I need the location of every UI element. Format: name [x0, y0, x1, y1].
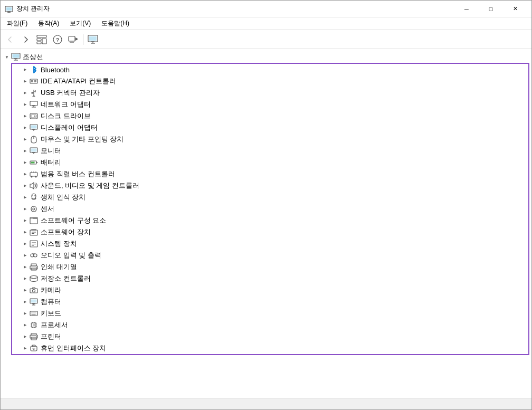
root-expand[interactable]: ▼: [3, 53, 11, 61]
svg-point-56: [31, 176, 33, 178]
expand-btn-print-queue[interactable]: ▶: [21, 263, 29, 271]
expand-btn-system[interactable]: ▶: [21, 240, 29, 248]
device-node-computer[interactable]: ▶컴퓨터: [12, 296, 528, 308]
device-label-battery: 배터리: [41, 158, 61, 167]
device-node-storage[interactable]: ▶저장소 컨트롤러: [12, 273, 528, 284]
expand-btn-software-dev[interactable]: ▶: [21, 228, 29, 236]
expand-btn-bus[interactable]: ▶: [21, 170, 29, 178]
device-node-biometric[interactable]: ▶생체 인식 장치: [12, 192, 528, 203]
expand-btn-sensor[interactable]: ▶: [21, 205, 29, 213]
expand-btn-software-comp[interactable]: ▶: [21, 216, 29, 225]
list-item: ▶센서: [12, 203, 528, 215]
device-label-sensor: 센서: [41, 204, 54, 214]
back-button[interactable]: [3, 32, 17, 47]
expand-btn-biometric[interactable]: ▶: [21, 193, 29, 202]
device-node-bluetooth[interactable]: ▶Bluetooth: [12, 64, 528, 75]
device-node-software-comp[interactable]: ▶소프트웨어 구성 요소: [12, 215, 528, 226]
device-node-audio-io[interactable]: ▶오디오 입력 및 출력: [12, 250, 528, 261]
expand-btn-display[interactable]: ▶: [21, 123, 29, 132]
device-node-processor[interactable]: ▶프로세서: [12, 319, 528, 331]
software-icon: [29, 216, 39, 225]
list-item: ▶생체 인식 장치: [12, 192, 528, 203]
device-label-print-queue: 인쇄 대기열: [41, 262, 77, 272]
device-node-software-dev[interactable]: ▶소프트웨어 장치: [12, 226, 528, 238]
expand-btn-printer[interactable]: ▶: [21, 332, 29, 341]
device-node-system[interactable]: ▶시스템 장치: [12, 238, 528, 250]
keyboard-icon: [29, 309, 39, 318]
device-label-ide: IDE ATA/ATAPI 컨트롤러: [41, 77, 116, 86]
device-node-monitor[interactable]: ▶모니터: [12, 145, 528, 157]
expand-btn-computer[interactable]: ▶: [21, 298, 29, 306]
svg-rect-8: [42, 39, 46, 44]
monitor-button[interactable]: [86, 32, 100, 47]
expand-btn-usb[interactable]: ▶: [21, 89, 29, 97]
toolbar-separator: [83, 34, 83, 45]
device-label-camera: 카메라: [41, 285, 61, 295]
expand-btn-keyboard[interactable]: ▶: [21, 309, 29, 318]
list-item: ▶저장소 컨트롤러: [12, 273, 528, 284]
close-button[interactable]: ✕: [503, 1, 527, 17]
device-node-print-queue[interactable]: ▶인쇄 대기열: [12, 261, 528, 273]
device-node-mouse[interactable]: ▶마우스 및 기타 포인팅 장치: [12, 134, 528, 145]
device-label-processor: 프로세서: [41, 320, 68, 330]
device-node-keyboard[interactable]: ▶키보드: [12, 308, 528, 319]
device-label-disk: 디스크 드라이브: [41, 111, 91, 121]
device-node-camera[interactable]: ▶카메라: [12, 284, 528, 296]
expand-btn-monitor[interactable]: ▶: [21, 147, 29, 155]
device-node-disk[interactable]: ▶디스크 드라이브: [12, 110, 528, 122]
computer-icon: [29, 297, 39, 307]
expand-btn-disk[interactable]: ▶: [21, 112, 29, 120]
list-item: ▶프로세서: [12, 319, 528, 331]
expand-btn-storage[interactable]: ▶: [21, 274, 29, 283]
device-node-printer[interactable]: ▶프린터: [12, 331, 528, 342]
menu-item-help[interactable]: 도움말(H): [97, 18, 134, 29]
expand-btn-sound[interactable]: ▶: [21, 182, 29, 190]
expand-btn-ide[interactable]: ▶: [21, 77, 29, 85]
svg-rect-86: [31, 300, 37, 303]
expand-btn-battery[interactable]: ▶: [21, 158, 29, 167]
expand-btn-network[interactable]: ▶: [21, 100, 29, 109]
svg-rect-50: [31, 162, 35, 164]
device-node-sound[interactable]: ▶사운드, 비디오 및 게임 컨트롤러: [12, 180, 528, 192]
device-label-system: 시스템 장치: [41, 239, 77, 249]
device-node-ide[interactable]: ▶IDE ATA/ATAPI 컨트롤러: [12, 75, 528, 87]
tree-panel[interactable]: ▼ 조상선: [1, 49, 531, 398]
expand-btn-audio-io[interactable]: ▶: [21, 251, 29, 260]
system-icon: [29, 239, 39, 249]
list-item: ▶Bluetooth: [12, 64, 528, 75]
svg-rect-7: [37, 42, 41, 44]
video-button[interactable]: [66, 32, 81, 47]
svg-rect-51: [36, 162, 37, 163]
device-label-computer: 컴퓨터: [41, 297, 61, 307]
svg-marker-12: [75, 37, 78, 41]
device-node-bus[interactable]: ▶범용 직렬 버스 컨트롤러: [12, 168, 528, 180]
expand-btn-bluetooth[interactable]: ▶: [21, 65, 29, 74]
device-node-display[interactable]: ▶디스플레이 어댑터: [12, 122, 528, 134]
menu-item-view[interactable]: 보기(V): [65, 18, 95, 29]
menu-item-action[interactable]: 동작(A): [34, 18, 63, 29]
window-title: 장치 관리자: [16, 4, 454, 13]
device-node-sensor[interactable]: ▶센서: [12, 203, 528, 215]
minimize-button[interactable]: ─: [454, 1, 479, 17]
ide-icon: [29, 77, 39, 86]
device-node-hid[interactable]: ▶휴먼 인터페이스 장치: [12, 342, 528, 354]
device-label-storage: 저장소 컨트롤러: [41, 274, 91, 283]
menu-item-file[interactable]: 파일(F): [3, 18, 32, 29]
expand-btn-hid[interactable]: ▶: [21, 344, 29, 352]
status-bar: [1, 398, 531, 409]
print-icon: [29, 262, 39, 272]
device-node-network[interactable]: ▶네트워크 어댑터: [12, 99, 528, 110]
maximize-button[interactable]: □: [479, 1, 503, 17]
network-icon: [29, 100, 39, 109]
svg-rect-20: [13, 54, 20, 58]
expand-btn-camera[interactable]: ▶: [21, 286, 29, 294]
device-node-battery[interactable]: ▶배터리: [12, 157, 528, 168]
forward-button[interactable]: [18, 32, 33, 47]
properties-button[interactable]: [34, 32, 49, 47]
root-node-row[interactable]: ▼ 조상선: [1, 51, 531, 63]
expand-btn-processor[interactable]: ▶: [21, 321, 29, 329]
device-node-usb[interactable]: ▶USB 커넥터 관리자: [12, 87, 528, 99]
expand-btn-mouse[interactable]: ▶: [21, 135, 29, 144]
software2-icon: [29, 227, 39, 237]
help-button[interactable]: ?: [50, 32, 65, 47]
